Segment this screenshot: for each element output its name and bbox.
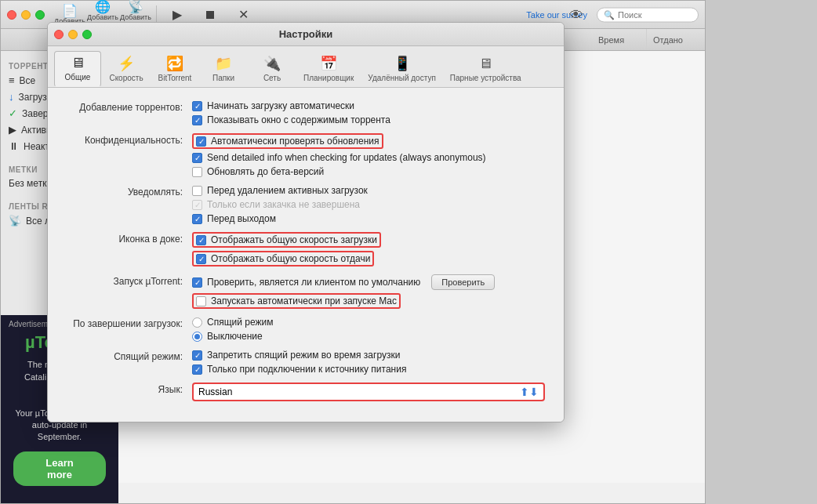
- add-torrents-row: Добавление торрентов: ✓ Начинать загрузк…: [67, 100, 545, 125]
- default-client-checkbox[interactable]: ✓: [192, 277, 202, 288]
- tab-folders[interactable]: 📁 Папки: [200, 52, 247, 87]
- speed-tab-icon: ⚡: [118, 55, 135, 72]
- privacy-label: Конфиденциальность:: [67, 133, 192, 146]
- detailed-info-label: Send detailed info when checking for upd…: [207, 152, 486, 163]
- sleep-section-row: Спящий режим: ✓ Запретить спящий режим в…: [67, 350, 545, 375]
- sleep-section-label: Спящий режим:: [67, 350, 192, 362]
- tab-remote[interactable]: 📱 Удалённый доступ: [361, 52, 441, 87]
- show-dl-speed-row: ✓ Отображать общую скорость загрузки: [192, 232, 545, 248]
- show-ul-speed-highlight: ✓ Отображать общую скорость отдачи: [192, 251, 374, 267]
- sleep-mode-label: Спящий режим: [207, 317, 273, 328]
- auto-start-checkbox[interactable]: ✓: [192, 101, 202, 111]
- stop-icon: ⏹: [204, 9, 216, 21]
- dialog-traffic-lights: [54, 30, 92, 39]
- dialog-title-bar: Настройки: [48, 23, 564, 46]
- tab-paired[interactable]: 🖥 Парные устройства: [444, 53, 528, 87]
- sent-column-header: Отдано: [647, 29, 702, 50]
- prevent-sleep-label: Запретить спящий режим во время загрузки: [207, 350, 400, 361]
- settings-body: Добавление торрентов: ✓ Начинать загрузк…: [48, 88, 564, 422]
- sleep-mode-radio[interactable]: [192, 317, 202, 328]
- tab-network[interactable]: 🔌 Сеть: [249, 52, 296, 87]
- add-icon: 📄: [62, 5, 78, 17]
- show-ul-speed-label: Отображать общую скорость отдачи: [211, 253, 370, 264]
- check-updates-row: ✓ Автоматически проверять обновления: [192, 133, 545, 149]
- all-icon: ≡: [9, 74, 15, 86]
- ad-logo-mu: µ: [25, 332, 35, 352]
- general-tab-icon: 🖥: [71, 55, 85, 71]
- on-complete-label: По завершении загрузок:: [67, 317, 192, 329]
- language-value: Russian: [198, 386, 232, 397]
- add-link-icon: 🌐: [95, 1, 111, 13]
- settings-dialog: Настройки 🖥 Общие ⚡ Скорость 🔁 BitTorren…: [47, 22, 565, 422]
- before-quit-row: ✓ Перед выходом: [192, 213, 545, 224]
- autostart-label: Запускать автоматически при запуске Mac: [211, 296, 397, 306]
- autostart-row: Запускать автоматически при запуске Mac: [192, 293, 545, 309]
- search-box[interactable]: 🔍: [597, 7, 699, 22]
- beta-updates-checkbox[interactable]: [192, 167, 202, 177]
- minimize-button[interactable]: [21, 10, 31, 20]
- dialog-title: Настройки: [279, 28, 333, 40]
- add-torrents-label: Добавление торрентов:: [67, 100, 192, 113]
- completed-icon: ✓: [9, 107, 17, 119]
- only-incomplete-label: Только если закачка не завершена: [207, 199, 360, 210]
- inactive-icon: ⏸: [9, 140, 19, 152]
- autostart-checkbox[interactable]: [196, 296, 206, 306]
- folders-tab-icon: 📁: [215, 55, 232, 72]
- select-arrow-icon: ⬆⬇: [520, 386, 539, 398]
- launch-label: Запуск µTorrent:: [67, 274, 192, 287]
- verify-button[interactable]: Проверить: [431, 274, 495, 290]
- show-ul-speed-checkbox[interactable]: ✓: [196, 254, 206, 264]
- search-icon: 🔍: [604, 9, 615, 20]
- language-controls: Russian ⬆⬇: [192, 383, 545, 401]
- show-ul-speed-row: ✓ Отображать общую скорость отдачи: [192, 251, 545, 267]
- privacy-controls: ✓ Автоматически проверять обновления ✓ S…: [192, 133, 545, 177]
- dialog-zoom-button[interactable]: [82, 30, 92, 39]
- only-incomplete-checkbox[interactable]: ✓: [192, 200, 202, 210]
- shutdown-radio[interactable]: [192, 332, 202, 342]
- active-icon: ▶: [9, 124, 16, 136]
- scheduler-tab-label: Планировщик: [303, 74, 354, 82]
- prevent-sleep-checkbox[interactable]: ✓: [192, 350, 202, 361]
- tab-speed[interactable]: ⚡ Скорость: [103, 52, 150, 87]
- learn-more-button[interactable]: Learn more: [13, 451, 106, 483]
- paired-tab-icon: 🖥: [478, 56, 492, 72]
- tab-general[interactable]: 🖥 Общие: [54, 51, 101, 87]
- download-icon: ↓: [9, 91, 14, 103]
- tab-scheduler[interactable]: 📅 Планировщик: [297, 52, 360, 87]
- play-icon: ▶: [172, 9, 182, 21]
- beta-updates-label: Обновлять до бета-версий: [207, 166, 324, 177]
- default-client-row: ✓ Проверить, является ли клиентом по умо…: [192, 274, 545, 290]
- auto-start-label: Начинать загрузку автоматически: [207, 100, 354, 111]
- dialog-minimize-button[interactable]: [68, 30, 78, 39]
- language-select[interactable]: Russian ⬆⬇: [192, 383, 545, 401]
- sleep-mode-row: Спящий режим: [192, 317, 545, 328]
- remote-tab-label: Удалённый доступ: [368, 74, 435, 82]
- traffic-lights: [7, 10, 45, 20]
- zoom-button[interactable]: [35, 10, 45, 20]
- notifications-controls: Перед удалением активных загрузок ✓ Толь…: [192, 185, 545, 224]
- only-on-power-checkbox[interactable]: ✓: [192, 364, 202, 375]
- shutdown-label: Выключение: [207, 331, 263, 342]
- show-dl-speed-checkbox[interactable]: ✓: [196, 235, 206, 245]
- before-quit-checkbox[interactable]: ✓: [192, 214, 202, 224]
- general-tab-label: Общие: [65, 73, 91, 82]
- network-tab-icon: 🔌: [263, 55, 281, 72]
- paired-tab-label: Парные устройства: [450, 74, 521, 82]
- close-button[interactable]: [7, 10, 16, 20]
- no-labels-label: Без метки: [9, 178, 52, 189]
- before-delete-checkbox[interactable]: [192, 186, 202, 196]
- detailed-info-checkbox[interactable]: ✓: [192, 153, 202, 163]
- dock-icon-controls: ✓ Отображать общую скорость загрузки ✓ О…: [192, 232, 545, 267]
- before-quit-label: Перед выходом: [207, 213, 276, 224]
- check-updates-checkbox[interactable]: ✓: [196, 136, 206, 147]
- only-if-incomplete-row: ✓ Только если закачка не завершена: [192, 199, 545, 210]
- eye-icon: 👁: [569, 6, 583, 23]
- show-contents-checkbox[interactable]: ✓: [192, 115, 202, 125]
- tab-bittorrent[interactable]: 🔁 BitTorrent: [151, 52, 198, 87]
- beta-updates-row: Обновлять до бета-версий: [192, 166, 545, 177]
- dialog-close-button[interactable]: [54, 30, 64, 39]
- on-complete-controls: Спящий режим Выключение: [192, 317, 545, 342]
- search-input[interactable]: [618, 10, 688, 20]
- sleep-section-controls: ✓ Запретить спящий режим во время загруз…: [192, 350, 545, 375]
- speed-tab-label: Скорость: [109, 74, 143, 82]
